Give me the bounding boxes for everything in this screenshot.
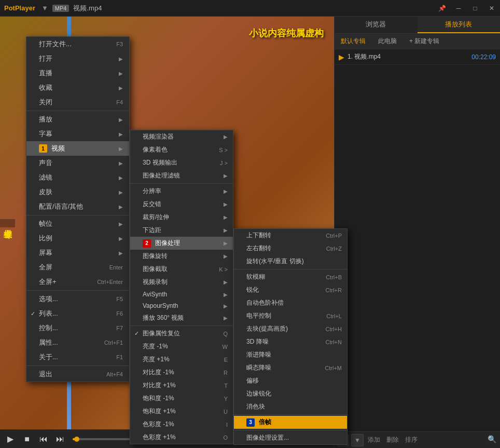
menu-soft-blur[interactable]: 软模糊 Ctrl+B <box>234 270 347 283</box>
menu-screen[interactable]: 屏幕 ▶ <box>26 246 129 260</box>
menu-image-settings[interactable]: 图像处理设置... <box>234 431 347 444</box>
menu-level-control[interactable]: 电平控制 Ctrl+L <box>234 309 347 322</box>
sep-l2-1 <box>130 183 233 184</box>
sep1 <box>26 111 129 111</box>
menu-vapoursynth[interactable]: VapourSynth ▶ <box>130 300 233 311</box>
menu-flip-horizontal[interactable]: 左右翻转 Ctrl+Z <box>234 242 347 255</box>
close-button[interactable]: ✕ <box>483 0 500 17</box>
item-icon: ▶ <box>339 53 344 61</box>
video-side-text: 专业棋 <box>0 219 15 227</box>
menu-open-file[interactable]: 打开文件... F3 <box>26 37 129 51</box>
sep-l2-2 <box>130 325 233 326</box>
menu-list[interactable]: ✓ 列表... F6 <box>26 306 129 321</box>
menu-close[interactable]: 关闭 F4 <box>26 95 129 110</box>
context-menu-video: 视频渲染器 ▶ 像素着色 S > 3D 视频输出 J > 图像处理滤镜 ▶ 分辨… <box>130 130 233 444</box>
menu-filter[interactable]: 滤镜 ▶ <box>26 170 129 185</box>
progress-thumb[interactable] <box>74 437 79 442</box>
menu-brightness-down[interactable]: 亮度 -1% W <box>130 340 233 353</box>
menu-skin[interactable]: 皮肤 ▶ <box>26 185 129 199</box>
menu-decolor[interactable]: 消色块 <box>234 400 347 413</box>
menu-image-processing[interactable]: 2图像处理 ▶ <box>130 237 233 250</box>
menu-fullscreen[interactable]: 全屏 Enter <box>26 260 129 275</box>
menu-ratio[interactable]: 比例 ▶ <box>26 231 129 246</box>
menu-contrast-down[interactable]: 对比度 -1% R <box>130 366 233 379</box>
menu-rotate-toggle[interactable]: 旋转(水平/垂直 切换) <box>234 255 347 268</box>
playlist-footer: ▲ ▼ 添加 删除 排序 🔍 <box>335 431 500 448</box>
tab-browser[interactable]: 浏览器 <box>335 17 418 33</box>
menu-bottom-margin[interactable]: 下边距 ▶ <box>130 224 233 237</box>
maximize-button[interactable]: □ <box>467 0 483 17</box>
menu-offset[interactable]: 偏移 <box>234 374 347 387</box>
menu-auto-level[interactable]: 自动色阶补偿 <box>234 296 347 309</box>
menu-deinterlace[interactable]: 反交错 ▶ <box>130 198 233 211</box>
menu-image-reset[interactable]: ✓ 图像属性复位 Q <box>130 327 233 340</box>
search-icon[interactable]: 🔍 <box>488 435 498 445</box>
menu-exit[interactable]: 退出 Alt+F4 <box>26 367 129 382</box>
sep-l3-2 <box>234 414 347 415</box>
menu-control[interactable]: 控制... F7 <box>26 321 129 335</box>
menu-image-rotate[interactable]: 图像旋转 ▶ <box>130 250 233 263</box>
menu-flip-vertical[interactable]: 上下翻转 Ctrl+P <box>234 229 347 242</box>
tab-default-album[interactable]: 默认专辑 <box>335 34 372 49</box>
delete-label[interactable]: 删除 <box>386 436 399 444</box>
format-badge: MP4 <box>52 5 70 12</box>
menu-play[interactable]: 播放 ▶ <box>26 112 129 127</box>
menu-audio[interactable]: 声音 ▶ <box>26 156 129 170</box>
menu-360-video[interactable]: 播放 360° 视频 ▶ <box>130 311 233 324</box>
menu-open[interactable]: 打开 ▶ <box>26 51 129 66</box>
menu-crop[interactable]: 裁剪/拉伸 ▶ <box>130 211 233 224</box>
right-tabs: 浏览器 播放列表 <box>335 17 500 34</box>
pin-button[interactable]: 📌 <box>434 0 450 17</box>
sep-l3-3 <box>234 430 347 430</box>
menu-resolution[interactable]: 分辨率 ▶ <box>130 185 233 198</box>
menu-deblock[interactable]: 去块(提高画质) Ctrl+H <box>234 322 347 335</box>
menu-properties[interactable]: 属性... Ctrl+F1 <box>26 335 129 350</box>
menu-brightness-up[interactable]: 亮度 +1% E <box>130 353 233 366</box>
menu-contrast-up[interactable]: 对比度 +1% T <box>130 379 233 392</box>
titlebar: PotPlayer ▼ MP4 视频.mp4 📌 ─ □ ✕ <box>0 0 500 17</box>
menu-favorites[interactable]: 收藏 ▶ <box>26 80 129 95</box>
menu-fullscreen-plus[interactable]: 全屏+ Ctrl+Enter <box>26 275 129 289</box>
menu-sharpen[interactable]: 锐化 Ctrl+R <box>234 283 347 296</box>
menu-subtitle[interactable]: 字幕 ▶ <box>26 127 129 141</box>
menu-3d-output[interactable]: 3D 视频输出 J > <box>130 156 233 169</box>
sep3 <box>26 290 129 291</box>
playlist-tabs: 默认专辑 此电脑 + 新建专辑 <box>335 34 500 49</box>
menu-video-record[interactable]: 视频录制 ▶ <box>130 276 233 289</box>
menu-gradual-denoise[interactable]: 渐进降噪 <box>234 348 347 361</box>
menu-config[interactable]: 配置/语言/其他 ▶ <box>26 199 129 214</box>
minimize-button[interactable]: ─ <box>450 0 467 17</box>
menu-live[interactable]: 直播 ▶ <box>26 66 129 80</box>
menu-avisynth[interactable]: AviSynth ▶ <box>130 289 233 300</box>
play-button[interactable]: ▶ <box>4 434 17 444</box>
tab-this-pc[interactable]: 此电脑 <box>372 34 403 49</box>
menu-hue-down[interactable]: 色彩度 -1% I <box>130 418 233 431</box>
playlist-item[interactable]: ▶ 1. 视频.mp4 00:22:09 <box>335 49 500 65</box>
prev-button[interactable]: ⏮ <box>37 435 50 444</box>
menu-options[interactable]: 选项... F5 <box>26 292 129 306</box>
menu-edge-sharpen[interactable]: 边缘锐化 <box>234 387 347 400</box>
menu-instant-denoise[interactable]: 瞬态降噪 Ctrl+M <box>234 361 347 374</box>
menu-image-filter[interactable]: 图像处理滤镜 ▶ <box>130 169 233 182</box>
add-label[interactable]: 添加 <box>368 436 380 444</box>
menu-hue-up[interactable]: 色彩度 +1% O <box>130 431 233 444</box>
menu-video-renderer[interactable]: 视频渲染器 ▶ <box>130 130 233 143</box>
menu-saturation-up[interactable]: 饱和度 +1% U <box>130 405 233 418</box>
tab-new-album[interactable]: + 新建专辑 <box>403 34 446 49</box>
sep-l3-1 <box>234 269 347 269</box>
menu-pixel-color[interactable]: 像素着色 S > <box>130 143 233 156</box>
menu-saturation-down[interactable]: 饱和度 -1% Y <box>130 392 233 405</box>
right-panel: 浏览器 播放列表 默认专辑 此电脑 + 新建专辑 ▶ 1. 视频.mp4 00:… <box>334 17 500 448</box>
move-down-button[interactable]: ▼ <box>351 434 364 446</box>
menu-about[interactable]: 关于... F1 <box>26 350 129 364</box>
next-button[interactable]: ⏭ <box>54 435 66 444</box>
menu-video[interactable]: 1视频 ▶ <box>26 141 129 156</box>
sort-label[interactable]: 排序 <box>405 436 418 444</box>
menu-3d-denoise[interactable]: 3D 降噪 Ctrl+N <box>234 335 347 348</box>
menu-frame-pos[interactable]: 帧位 ▶ <box>26 216 129 231</box>
stop-button[interactable]: ■ <box>21 435 33 444</box>
menu-image-capture[interactable]: 图像截取 K > <box>130 263 233 276</box>
tab-playlist[interactable]: 播放列表 <box>418 17 501 33</box>
menu-frame-doubling[interactable]: 3倍帧 <box>234 416 347 429</box>
logo[interactable]: PotPlayer <box>4 4 35 12</box>
